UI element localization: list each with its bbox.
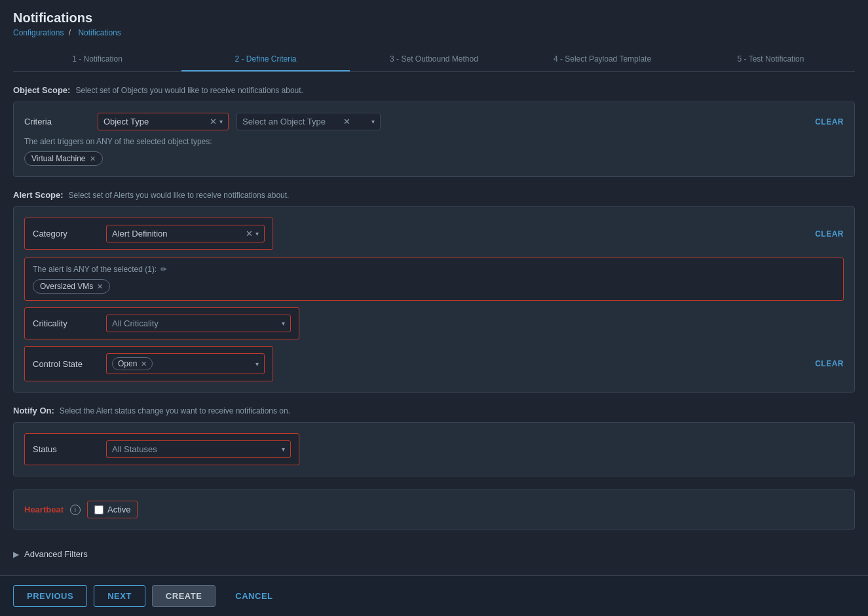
category-label: Category [33, 229, 98, 239]
advanced-filters-label: Advanced Filters [24, 549, 88, 559]
object-type-tags: Virtual Machine ✕ [24, 151, 844, 166]
oversized-vms-tag-remove[interactable]: ✕ [97, 282, 103, 291]
virtual-machine-tag-label: Virtual Machine [31, 154, 86, 163]
criticality-inner-box: Criticality All Criticality ▾ [24, 307, 299, 339]
create-button[interactable]: CREATE [152, 585, 216, 607]
criticality-label: Criticality [33, 318, 98, 328]
select-object-type-dropdown[interactable]: Select an Object Type ✕ ▾ [236, 113, 381, 130]
notify-on-desc: Select the Alert status change you want … [60, 406, 290, 415]
object-type-chevron: ▾ [219, 118, 223, 125]
category-row: Category Alert Definition ✕ ▾ CLEAR [24, 218, 844, 250]
alert-any-box: The alert is ANY of the selected (1): ✏ … [24, 258, 844, 301]
cancel-button[interactable]: CANCEL [222, 586, 286, 606]
control-state-label: Control State [33, 359, 98, 369]
virtual-machine-tag-remove[interactable]: ✕ [90, 155, 96, 163]
notify-on-label: Notify On: [13, 406, 54, 415]
alert-tags: Oversized VMs ✕ [33, 279, 835, 294]
object-scope-box: Criteria Object Type ✕ ▾ Select an Objec… [13, 102, 855, 177]
footer-bar: PREVIOUS NEXT CREATE CANCEL [0, 575, 868, 616]
category-select[interactable]: Alert Definition ✕ ▾ [106, 225, 265, 242]
object-scope-desc: Select set of Objects you would like to … [75, 86, 303, 95]
criticality-chevron: ▾ [282, 320, 285, 327]
control-state-tag: Open ✕ [112, 357, 153, 370]
object-type-value: Object Type [104, 117, 149, 126]
object-scope-header: Object Scope: Select set of Objects you … [13, 85, 855, 95]
advanced-filters-chevron: ▶ [13, 550, 19, 559]
status-placeholder: All Statuses [112, 444, 157, 454]
step-2[interactable]: 2 - Define Criteria [181, 48, 350, 71]
next-button[interactable]: NEXT [94, 585, 145, 607]
criticality-select[interactable]: All Criticality ▾ [106, 315, 291, 332]
alert-scope-box: Category Alert Definition ✕ ▾ CLEAR The … [13, 206, 855, 393]
criteria-row: Criteria Object Type ✕ ▾ Select an Objec… [24, 113, 844, 130]
category-chevron: ▾ [255, 230, 259, 237]
step-1[interactable]: 1 - Notification [13, 48, 181, 71]
category-inner-box: Category Alert Definition ✕ ▾ [24, 218, 273, 250]
category-value: Alert Definition [112, 229, 168, 239]
alert-any-label: The alert is ANY of the selected (1): [33, 265, 157, 274]
step-4[interactable]: 4 - Select Payload Template [518, 48, 687, 71]
advanced-filters-toggle[interactable]: ▶ Advanced Filters [13, 543, 855, 566]
breadcrumb-current: Notifications [78, 28, 121, 37]
steps-bar: 1 - Notification 2 - Define Criteria 3 -… [13, 48, 855, 72]
step-3[interactable]: 3 - Set Outbound Method [350, 48, 518, 71]
alert-any-text: The alert is ANY of the selected (1): ✏ [33, 265, 835, 274]
page-title: Notifications [13, 10, 855, 26]
status-label: Status [33, 444, 98, 454]
previous-button[interactable]: PREVIOUS [13, 585, 87, 607]
notify-on-box: Status All Statuses ▾ [13, 422, 855, 476]
criteria-label: Criteria [24, 117, 90, 126]
heartbeat-active-text: Active [107, 505, 130, 514]
category-clear-x[interactable]: ✕ [246, 229, 253, 239]
control-state-select[interactable]: Open ✕ ▾ [106, 353, 265, 374]
heartbeat-active-label[interactable]: Active [87, 501, 138, 518]
breadcrumb-separator: / [69, 28, 71, 37]
notify-on-header: Notify On: Select the Alert status chang… [13, 406, 855, 415]
control-state-clear-btn[interactable]: CLEAR [815, 359, 844, 368]
control-state-row: Control State Open ✕ ▾ CLEAR [24, 346, 844, 381]
alert-scope-desc: Select set of Alerts you would like to r… [69, 191, 290, 200]
control-state-value: Open [118, 359, 137, 368]
status-chevron: ▾ [282, 446, 285, 453]
control-state-inner-box: Control State Open ✕ ▾ [24, 346, 273, 381]
alert-scope-label: Alert Scope: [13, 190, 64, 200]
criticality-placeholder: All Criticality [112, 318, 159, 328]
alert-scope-header: Alert Scope: Select set of Alerts you wo… [13, 190, 855, 200]
step-5[interactable]: 5 - Test Notification [687, 48, 855, 71]
heartbeat-row: Heartbeat i Active [24, 501, 844, 518]
select-object-chevron: ▾ [371, 118, 375, 125]
heartbeat-label: Heartbeat [24, 505, 64, 514]
oversized-vms-tag: Oversized VMs ✕ [33, 279, 110, 294]
alert-edit-icon[interactable]: ✏ [160, 265, 167, 274]
criticality-wrapper: Criticality All Criticality ▾ [24, 307, 844, 339]
virtual-machine-tag: Virtual Machine ✕ [24, 151, 103, 166]
object-type-clear-x[interactable]: ✕ [210, 117, 217, 126]
oversized-vms-tag-label: Oversized VMs [40, 282, 93, 291]
object-scope-clear-btn[interactable]: CLEAR [815, 117, 844, 126]
heartbeat-info-icon[interactable]: i [70, 505, 81, 515]
select-object-clear-x[interactable]: ✕ [343, 117, 350, 126]
control-state-remove[interactable]: ✕ [141, 360, 147, 368]
heartbeat-checkbox[interactable] [94, 505, 104, 514]
status-select[interactable]: All Statuses ▾ [106, 440, 291, 458]
breadcrumb: Configurations / Notifications [13, 28, 855, 37]
select-object-placeholder: Select an Object Type [242, 117, 326, 126]
breadcrumb-parent[interactable]: Configurations [13, 28, 64, 37]
object-scope-label: Object Scope: [13, 85, 70, 95]
alert-scope-category-clear[interactable]: CLEAR [815, 229, 844, 239]
trigger-text: The alert triggers on ANY of the selecte… [24, 137, 844, 146]
object-type-select[interactable]: Object Type ✕ ▾ [98, 113, 229, 130]
control-state-chevron: ▾ [255, 360, 259, 368]
status-inner-box: Status All Statuses ▾ [24, 433, 299, 465]
heartbeat-box: Heartbeat i Active [13, 490, 855, 529]
